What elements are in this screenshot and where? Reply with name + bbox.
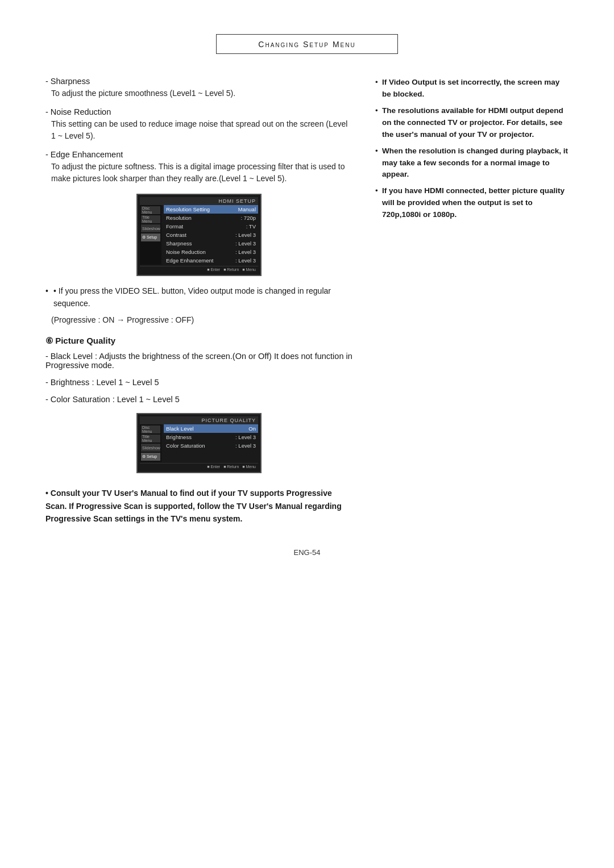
- hdmi-screenshot: HDMI SETUP Disc Menu Title Menu Slidesho…: [136, 194, 262, 276]
- hdmi-screenshot-title: HDMI SETUP: [140, 197, 258, 205]
- hdmi-row-resolution: Resolution: 720p: [164, 214, 258, 222]
- brightness-label: - Brightness : Level 1 ~ Level 5: [45, 378, 352, 387]
- edge-enhancement-label: - Edge Enhancement: [45, 150, 352, 159]
- noise-reduction-desc: This setting can be used to reduce image…: [51, 118, 352, 142]
- hdmi-screenshot-body: Disc Menu Title Menu Slideshow ⚙ Setup R…: [140, 205, 258, 265]
- pq-nav: Disc Menu Title Menu Slideshow ⚙ Setup: [140, 424, 161, 462]
- color-saturation-label: - Color Saturation : Level 1 ~ Level 5: [45, 395, 352, 404]
- right-bullet-2: The resolutions available for HDMI outpu…: [375, 105, 569, 141]
- hdmi-row-format: Format: TV: [164, 222, 258, 231]
- pq-nav-title-menu: Title Menu: [141, 435, 160, 443]
- page-title-box: Changing Setup Menu: [216, 34, 398, 54]
- progressive-note: (Progressive : ON → Progressive : OFF): [51, 315, 352, 324]
- right-bullet-3: When the resolution is changed during pl…: [375, 145, 569, 181]
- nav-setup: ⚙ Setup: [141, 233, 160, 241]
- pq-screenshot: PICTURE QUALITY Disc Menu Title Menu Sli…: [136, 413, 262, 473]
- color-saturation-section: - Color Saturation : Level 1 ~ Level 5: [45, 395, 352, 404]
- hdmi-row-noise-reduction: Noise Reduction: Level 3: [164, 248, 258, 256]
- video-sel-note: • If you press the VIDEO SEL. button, Vi…: [45, 285, 352, 310]
- nav-slideshow: Slideshow: [141, 224, 160, 232]
- pq-content: Black LevelOn Brightness: Level 3 Color …: [164, 424, 258, 462]
- brightness-section: - Brightness : Level 1 ~ Level 5: [45, 378, 352, 387]
- hdmi-row-contrast: Contrast: Level 3: [164, 231, 258, 239]
- page-title: Changing Setup Menu: [258, 40, 355, 49]
- hdmi-footer: ■ Enter■ Return■ Menu: [140, 266, 258, 273]
- hdmi-row-edge-enhancement: Edge Enhancement: Level 3: [164, 256, 258, 265]
- edge-enhancement-section: - Edge Enhancement To adjust the picture…: [45, 150, 352, 185]
- pq-screenshot-body: Disc Menu Title Menu Slideshow ⚙ Setup B…: [140, 424, 258, 462]
- page-number: ENG-54: [45, 548, 569, 557]
- pq-title: ⑥ Picture Quality: [45, 336, 352, 346]
- hdmi-row-sharpness: Sharpness: Level 3: [164, 239, 258, 248]
- pq-row-black-level: Black LevelOn: [164, 424, 258, 433]
- pq-nav-slideshow: Slideshow: [141, 444, 160, 452]
- right-bullet-list: If Video Output is set incorrectly, the …: [375, 77, 569, 221]
- hdmi-nav: Disc Menu Title Menu Slideshow ⚙ Setup: [140, 205, 161, 265]
- picture-quality-section: ⑥ Picture Quality - Black Level : Adjust…: [45, 336, 352, 473]
- pq-nav-disc-menu: Disc Menu: [141, 425, 160, 433]
- right-column: If Video Output is set incorrectly, the …: [375, 77, 569, 525]
- pq-nav-setup: ⚙ Setup: [141, 453, 160, 461]
- hdmi-content: Resolution SettingManual Resolution: 720…: [164, 205, 258, 265]
- nav-disc-menu: Disc Menu: [141, 206, 160, 214]
- sharpness-desc: To adjust the picture smoothness (Level1…: [51, 87, 352, 99]
- noise-reduction-section: - Noise Reduction This setting can be us…: [45, 107, 352, 142]
- black-level-section: - Black Level : Adjusts the brightness o…: [45, 352, 352, 370]
- noise-reduction-label: - Noise Reduction: [45, 107, 352, 116]
- pq-footer: ■ Enter■ Return■ Menu: [140, 463, 258, 470]
- edge-enhancement-desc: To adjust the picture softness. This is …: [51, 161, 352, 185]
- pq-row-brightness: Brightness: Level 3: [164, 433, 258, 441]
- sharpness-label: - Sharpness: [45, 77, 352, 86]
- nav-title-menu: Title Menu: [141, 215, 160, 223]
- pq-screenshot-title: PICTURE QUALITY: [140, 416, 258, 424]
- pq-row-color-saturation: Color Saturation: Level 3: [164, 441, 258, 450]
- bottom-note: • Consult your TV User's Manual to find …: [45, 487, 352, 525]
- right-bullet-4: If you have HDMI connected, better pictu…: [375, 185, 569, 221]
- hdmi-row-resolution-setting: Resolution SettingManual: [164, 205, 258, 214]
- left-column: - Sharpness To adjust the picture smooth…: [45, 77, 352, 525]
- black-level-label: - Black Level : Adjusts the brightness o…: [45, 352, 352, 370]
- right-bullet-1: If Video Output is set incorrectly, the …: [375, 77, 569, 101]
- sharpness-section: - Sharpness To adjust the picture smooth…: [45, 77, 352, 99]
